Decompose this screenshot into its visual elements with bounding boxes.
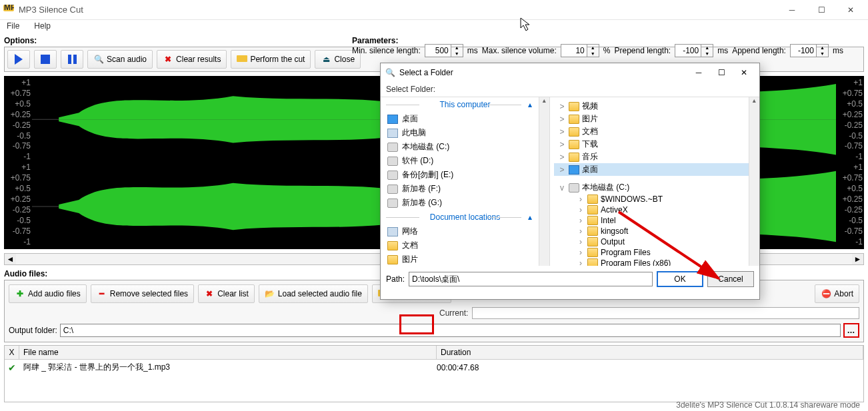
- left-item[interactable]: 网络: [381, 224, 549, 238]
- clear-results-button[interactable]: ✖Clear results: [157, 50, 227, 69]
- dialog-close[interactable]: ✕: [733, 65, 755, 80]
- close-window-button[interactable]: ✕: [836, 1, 865, 19]
- left-item[interactable]: 桌面: [381, 112, 549, 126]
- unit-ms3: ms: [833, 46, 843, 55]
- load-file-button[interactable]: 📂Load selected audio file: [259, 284, 368, 303]
- tree-item[interactable]: >文档: [554, 125, 755, 138]
- tree-drive[interactable]: v本地磁盘 (C:): [554, 181, 755, 194]
- left-item[interactable]: 新加卷 (F:): [381, 182, 549, 196]
- unit-ms2: ms: [717, 46, 728, 55]
- pc-icon: [387, 227, 398, 236]
- tree-item[interactable]: >桌面: [554, 163, 755, 176]
- add-files-button[interactable]: ✚Add audio files: [9, 284, 87, 303]
- item-label: 备份[勿删] (E:): [402, 169, 453, 181]
- drive-icon: [387, 199, 398, 208]
- dialog-minimize[interactable]: ─: [687, 65, 710, 80]
- status-bar: 3delite's MP3 Silence Cut 1.0.8.14 share…: [676, 400, 860, 410]
- cancel-button[interactable]: Cancel: [707, 271, 754, 287]
- tree-item[interactable]: ›Program Files (x86): [554, 258, 755, 266]
- window-title: MP3 Silence Cut: [19, 5, 777, 15]
- tree-label: $WINDOWS.~BT: [601, 195, 663, 204]
- stop-button[interactable]: [34, 50, 57, 69]
- col-name[interactable]: File name: [19, 346, 437, 359]
- left-item[interactable]: 文档: [381, 238, 549, 252]
- play-button[interactable]: [7, 50, 30, 69]
- left-item[interactable]: 本地磁盘 (C:): [381, 140, 549, 154]
- ok-button[interactable]: OK: [657, 271, 703, 287]
- clear-list-button[interactable]: ✖Clear list: [198, 284, 255, 303]
- append-input[interactable]: ▲▼: [790, 44, 829, 57]
- folder-icon: [587, 258, 598, 266]
- svg-rect-2: [237, 55, 247, 62]
- tree-item[interactable]: >视频: [554, 100, 755, 113]
- tree-item[interactable]: ›kingsoft: [554, 226, 755, 236]
- tree-item[interactable]: ›Output: [554, 236, 755, 247]
- dialog-left-pane[interactable]: This computer▴ 桌面此电脑本地磁盘 (C:)软件 (D:)备份[勿…: [381, 97, 550, 266]
- folder-dialog: 🔍 Select a Folder ─ ☐ ✕ Select Folder: T…: [380, 63, 760, 300]
- left-item[interactable]: 此电脑: [381, 126, 549, 140]
- col-dur[interactable]: Duration: [437, 346, 863, 359]
- prepend-label: Prepend length:: [614, 46, 671, 55]
- file-table[interactable]: X File name Duration ✔ 阿肆 _ 郭采洁 - 世界上的另一…: [4, 345, 864, 402]
- drive-icon: [387, 185, 398, 194]
- item-label: 桌面: [402, 113, 418, 125]
- path-input[interactable]: [409, 272, 653, 286]
- current-label: Current:: [439, 308, 468, 318]
- folder-icon: [587, 195, 598, 204]
- output-folder-label: Output folder:: [9, 326, 57, 335]
- dialog-tree-pane[interactable]: >视频>图片>文档>下载>音乐>桌面 v本地磁盘 (C:) ›$WINDOWS.…: [550, 97, 759, 266]
- check-icon: ✔: [5, 362, 19, 373]
- browse-output-button[interactable]: …: [843, 323, 859, 338]
- tree-label: Intel: [601, 216, 616, 225]
- plus-green-icon: ✚: [15, 288, 25, 299]
- tree-item[interactable]: ›Intel: [554, 215, 755, 226]
- folder-icon: [569, 140, 579, 149]
- max-vol-label: Max. silence volume:: [482, 46, 557, 55]
- play-icon: [13, 54, 24, 65]
- prepend-input[interactable]: ▲▼: [675, 44, 713, 57]
- menu-help[interactable]: Help: [31, 21, 53, 33]
- ruler-left: +1+0.75+0.5+0.25 -0.25-0.5-0.75-1 +1+0.7…: [4, 76, 32, 249]
- group-this-computer: This computer▴: [381, 97, 549, 112]
- menu-bar: File Help: [0, 20, 868, 35]
- left-item[interactable]: 新加卷 (G:): [381, 196, 549, 210]
- table-row[interactable]: ✔ 阿肆 _ 郭采洁 - 世界上的另一个我_1.mp3 00:00:47.68: [5, 360, 863, 375]
- perform-label: Perform the cut: [250, 55, 305, 64]
- remove-files-button[interactable]: ━Remove selected files: [91, 284, 194, 303]
- output-folder-input[interactable]: [60, 324, 841, 337]
- minimize-button[interactable]: ─: [777, 1, 807, 19]
- maximize-button[interactable]: ☐: [807, 1, 836, 19]
- left-item[interactable]: 备份[勿删] (E:): [381, 168, 549, 182]
- max-vol-input[interactable]: ▲▼: [561, 44, 599, 57]
- folder-icon: [587, 205, 598, 214]
- scan-audio-button[interactable]: 🔍Scan audio: [87, 50, 153, 69]
- min-len-input[interactable]: ▲▼: [425, 44, 463, 57]
- annotation-red-box: [399, 314, 434, 334]
- pause-button[interactable]: [61, 50, 83, 69]
- tree-item[interactable]: >下载: [554, 138, 755, 151]
- minus-red-icon: ━: [97, 288, 107, 299]
- tree-label: ActiveX: [601, 205, 628, 214]
- item-label: 新加卷 (F:): [402, 183, 441, 195]
- left-item[interactable]: 软件 (D:): [381, 154, 549, 168]
- tree-item[interactable]: ›$WINDOWS.~BT: [554, 194, 755, 205]
- right-scrollbar[interactable]: ▴: [749, 97, 759, 266]
- tree-item[interactable]: >音乐: [554, 151, 755, 163]
- drive-icon: [387, 143, 398, 152]
- tree-item[interactable]: ›Program Files: [554, 247, 755, 258]
- col-x[interactable]: X: [5, 346, 19, 359]
- tree-item[interactable]: >图片: [554, 113, 755, 125]
- item-label: 文档: [402, 240, 418, 251]
- left-item[interactable]: 图片: [381, 252, 549, 266]
- tree-label: 桌面: [582, 164, 598, 175]
- drive-icon: [387, 171, 398, 180]
- tree-item[interactable]: ›ActiveX: [554, 205, 755, 215]
- folder-icon: [587, 237, 598, 246]
- perform-cut-button[interactable]: Perform the cut: [231, 50, 311, 69]
- folder-icon: [587, 216, 598, 225]
- dialog-maximize[interactable]: ☐: [710, 65, 733, 80]
- folder-icon: [387, 241, 398, 250]
- left-scrollbar[interactable]: ▴: [539, 97, 549, 266]
- abort-button[interactable]: ⛔Abort: [815, 284, 859, 303]
- menu-file[interactable]: File: [4, 21, 22, 33]
